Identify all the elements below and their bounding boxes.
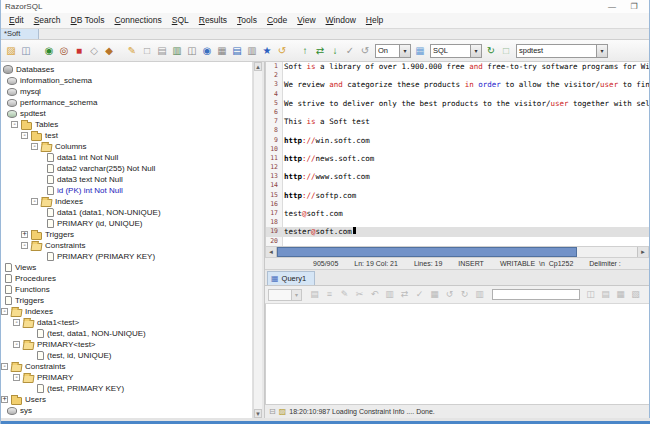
collapse-icon[interactable]: - <box>1 308 8 315</box>
sync-icon[interactable]: ⇄ <box>313 43 327 58</box>
copy-document-icon[interactable]: ▤ <box>155 43 169 58</box>
collapse-icon[interactable]: - <box>1 363 8 370</box>
tree-item-data1-test-[interactable]: -data1<test> <box>1 317 252 328</box>
scroll-left-icon[interactable]: ◄ <box>266 247 277 257</box>
max-rows-select[interactable]: ▾ <box>268 289 302 301</box>
undo-icon[interactable]: ↺ <box>358 43 372 58</box>
edit-sql-icon[interactable]: ✎ <box>125 43 139 58</box>
menu-item-edit[interactable]: Edit <box>4 13 29 28</box>
tree-item-triggers[interactable]: Triggers <box>1 295 252 306</box>
arrow-up-icon[interactable]: ↑ <box>298 43 312 58</box>
table-icon[interactable]: ▤ <box>308 288 321 301</box>
tree-item-constraints[interactable]: -Constraints <box>1 361 252 372</box>
tab-query1[interactable]: ▦ Query1 <box>267 271 315 285</box>
tree-item-mysql[interactable]: mysql <box>1 86 252 97</box>
minimize-button[interactable]: — <box>601 1 623 12</box>
collapse-icon[interactable]: - <box>13 319 20 326</box>
scroll-up-icon[interactable]: ▲ <box>254 62 262 71</box>
tree-item-functions[interactable]: Functions <box>1 284 252 295</box>
sql-editor[interactable]: 1Soft is a library of over 1.900.000 fre… <box>265 62 649 246</box>
grid-icon[interactable]: ▦ <box>614 288 627 301</box>
collapse-icon[interactable]: - <box>13 374 20 381</box>
favorites-star-icon[interactable]: ★ <box>260 43 274 58</box>
expand-icon[interactable]: + <box>21 231 28 238</box>
list-icon[interactable]: ≡ <box>323 288 336 301</box>
scroll-down-icon[interactable]: ▼ <box>254 409 262 418</box>
scroll-right-icon[interactable]: ► <box>637 247 648 257</box>
tree-item-triggers[interactable]: +Triggers <box>1 229 252 240</box>
tree-item-data1-int-not-null[interactable]: data1 int Not Null <box>1 152 252 163</box>
key-icon[interactable]: ◇ <box>87 43 101 58</box>
tree-item-procedures[interactable]: Procedures <box>1 273 252 284</box>
stop-icon[interactable]: ■ <box>72 43 86 58</box>
menu-item-sql[interactable]: SQL <box>167 13 194 28</box>
collapse-icon[interactable]: - <box>11 121 18 128</box>
table-view-icon[interactable]: ▤ <box>230 43 244 58</box>
tree-item-primary-id-unique-[interactable]: PRIMARY (id, UNIQUE) <box>1 218 252 229</box>
tree-item-constraints[interactable]: -Constraints <box>1 240 252 251</box>
web-document-icon[interactable]: ◉ <box>200 43 214 58</box>
tree-item-primary-primary-key-[interactable]: PRIMARY (PRIMARY KEY) <box>1 251 252 262</box>
columns-icon[interactable]: ▥ <box>473 288 486 301</box>
disconnect-icon[interactable]: ◎ <box>57 43 71 58</box>
tree-item-columns[interactable]: -Columns <box>1 141 252 152</box>
hscroll-track[interactable] <box>577 247 637 257</box>
box-icon[interactable]: □ <box>499 43 513 58</box>
expand-icon[interactable]: + <box>1 396 8 403</box>
tree-scrollbar[interactable]: ▲ ▼ <box>253 62 262 418</box>
results-filter-input[interactable] <box>492 289 580 300</box>
maximize-button[interactable]: ❐ <box>623 1 645 12</box>
check-icon[interactable]: ✓ <box>343 43 357 58</box>
tree-item-primary-test-[interactable]: -PRIMARY<test> <box>1 339 252 350</box>
tree-item-data3-text-not-null[interactable]: data3 text Not Null <box>1 174 252 185</box>
recycle-icon[interactable]: ↻ <box>484 43 498 58</box>
chevron-down-icon[interactable]: ▾ <box>291 290 301 300</box>
collapse-icon[interactable]: - <box>21 132 28 139</box>
connect-icon[interactable]: ◉ <box>42 43 56 58</box>
menu-item-window[interactable]: Window <box>321 13 361 28</box>
table-grid-icon[interactable]: ▦ <box>428 288 441 301</box>
tree-item--test-id-unique-[interactable]: (test, id, UNIQUE) <box>1 350 252 361</box>
edit-icon[interactable]: ✎ <box>338 288 351 301</box>
editor-tab-soft[interactable]: *Soft <box>1 29 39 39</box>
window-icon[interactable]: ◫ <box>584 288 597 301</box>
tree-item-indexes[interactable]: -Indexes <box>1 196 252 207</box>
tree-item-spdtest[interactable]: spdtest <box>1 108 252 119</box>
user-document-icon[interactable]: ◫ <box>185 43 199 58</box>
rotate-left-icon[interactable]: ↺ <box>443 288 456 301</box>
menu-item-search[interactable]: Search <box>29 13 66 28</box>
diagonal-grid-icon[interactable]: ▧ <box>629 288 642 301</box>
swap-icon[interactable]: ⇄ <box>398 288 411 301</box>
history-icon[interactable]: ↺ <box>275 43 289 58</box>
hscroll-thumb[interactable] <box>277 247 577 257</box>
editor-hscrollbar[interactable]: ◄ ► <box>265 246 649 258</box>
tree-item-sys[interactable]: sys <box>1 405 252 416</box>
grid-icon[interactable]: ▥ <box>245 43 259 58</box>
check-icon[interactable]: ✓ <box>413 288 426 301</box>
menu-item-db-tools[interactable]: DB Tools <box>66 13 110 28</box>
menu-item-view[interactable]: View <box>292 13 320 28</box>
calendar-icon[interactable]: ▦ <box>413 43 427 58</box>
tree-item--test-primary-key-[interactable]: (test, PRIMARY KEY) <box>1 383 252 394</box>
menu-item-connections[interactable]: Connections <box>109 13 166 28</box>
rotate-right-icon[interactable]: ↻ <box>458 288 471 301</box>
arrow-down-icon[interactable]: ↓ <box>328 43 342 58</box>
tree-item-test[interactable]: -test <box>1 130 252 141</box>
tree-item-id-pk-int-not-null[interactable]: id (PK) int Not Null <box>1 185 252 196</box>
tree-item-performance-schema[interactable]: performance_schema <box>1 97 252 108</box>
tree-item-primary[interactable]: -PRIMARY <box>1 372 252 383</box>
open-file-icon[interactable]: ▨ <box>4 43 18 58</box>
collapse-icon[interactable]: - <box>21 242 28 249</box>
tree-item-views[interactable]: Views <box>1 262 252 273</box>
connection-select[interactable]: spdtest▾ <box>516 44 608 58</box>
tree-item-users[interactable]: +Users <box>1 394 252 405</box>
collapse-icon[interactable]: - <box>31 143 38 150</box>
autocommit-select[interactable]: On▾ <box>375 44 411 58</box>
collapse-icon[interactable]: - <box>13 341 20 348</box>
menu-item-help[interactable]: Help <box>361 13 388 28</box>
menu-item-code[interactable]: Code <box>262 13 292 28</box>
rows-icon[interactable]: ▤ <box>599 288 612 301</box>
menu-item-results[interactable]: Results <box>194 13 232 28</box>
tree-item-data2-varchar-255-not-null[interactable]: data2 varchar(255) Not Null <box>1 163 252 174</box>
tree-item-tables[interactable]: -Tables <box>1 119 252 130</box>
